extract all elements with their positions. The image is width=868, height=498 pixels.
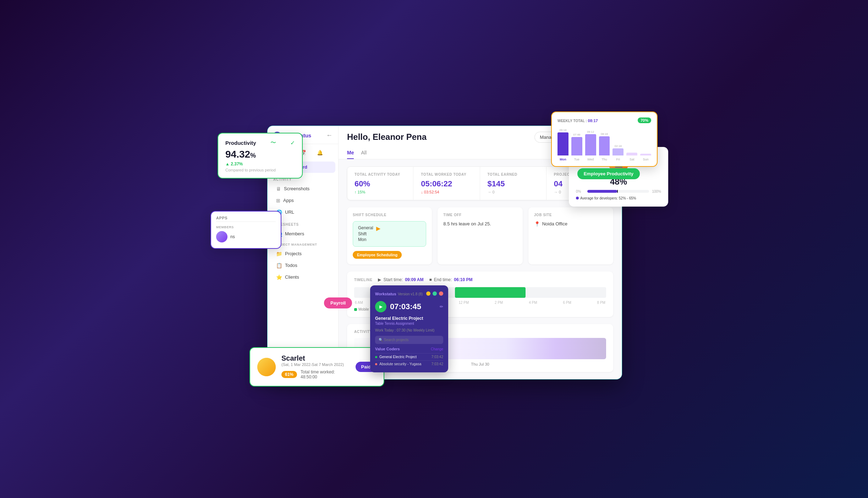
payroll-info-row: 61% Total time worked: 48:50:00 (281, 370, 350, 379)
screenshots-icon: 🖥 (276, 186, 281, 192)
stat-value: $145 (488, 179, 539, 188)
day-fri: Fri (612, 158, 623, 161)
project-dot-1 (375, 356, 377, 358)
expand-button[interactable] (433, 291, 437, 296)
org-name: Value Coders (375, 347, 400, 351)
search-projects-input[interactable] (375, 336, 443, 344)
todos-icon: 📋 (276, 263, 282, 268)
shift-schedule-title: SHIFT SCHEDULE (353, 213, 426, 217)
tracker-org: Value Coders Change (375, 347, 443, 351)
employee-scheduling-badge[interactable]: Employee Scheduling (353, 249, 426, 259)
bar-tue (571, 137, 582, 155)
sidebar-item-label: Screenshots (284, 186, 309, 191)
bar-wed (585, 134, 596, 155)
productivity-compare: Compared to previous period (225, 168, 295, 172)
payroll-detail-card: Scarlet (Sat, 1 Mar 2022-Sat 7 March 202… (249, 347, 384, 387)
emp-avg-text: Average for developers: 52% - 65% (576, 196, 661, 200)
bar-col-3: 09:12 (585, 130, 596, 155)
job-site-title: JOB SITE (534, 213, 608, 217)
timeline-title: TIMELINE (354, 278, 372, 282)
tracker-timer-row: ▶ 07:03:45 ✏ (375, 301, 443, 312)
tracker-project-item-1[interactable]: General Electric Project 7:03:42 (375, 353, 443, 360)
apps-icon: ⊞ (276, 198, 280, 203)
tab-me[interactable]: Me (347, 147, 354, 159)
stat-label: TOTAL EARNED (488, 173, 539, 176)
productivity-header: Productivity 〜 ✓ (225, 139, 295, 147)
divider (216, 221, 276, 222)
timeline-end: ■ End time: 06:10 PM (429, 277, 472, 282)
shift-block: General Shift Mon ▶ (353, 221, 426, 247)
payroll-name: Scarlet (281, 354, 350, 362)
stat-change: ↑ 15% (355, 190, 406, 194)
change-link[interactable]: Change (431, 347, 443, 351)
sidebar-item-apps[interactable]: ⊞ Apps (270, 195, 335, 206)
weekly-chart-card: WEEKLY TOTAL : 08:17 70% 09:18 07:48 09:… (551, 111, 658, 167)
close-button[interactable] (439, 291, 443, 296)
weekly-pct-badge: 70% (638, 117, 651, 123)
tracker-project-item-2[interactable]: Absolute security - Yugasa 7:03:42 (375, 360, 443, 367)
mobile-time-dot (354, 308, 357, 311)
job-site-location: 📍 Noida Office (534, 221, 608, 227)
project-name-2: Absolute security - Yugasa (375, 362, 421, 366)
sidebar-item-label: Apps (283, 198, 294, 203)
shift-label: General Shift Mon (358, 225, 373, 243)
tracker-task: Table Tennis Assignment (375, 322, 443, 325)
sidebar-item-todos[interactable]: 📋 Todos (270, 260, 335, 271)
day-thu: Thu (599, 158, 610, 161)
members-row: ns (216, 230, 276, 244)
middle-row: SHIFT SCHEDULE General Shift Mon ▶ (347, 207, 613, 264)
clients-icon: ⭐ (276, 274, 282, 280)
project-dot-2 (375, 363, 377, 365)
sidebar-item-label: Todos (285, 263, 297, 268)
time-off-title: TIME OFF (443, 213, 517, 217)
edit-icon[interactable]: ✏ (440, 304, 443, 309)
tracker-brand-info: Workstatus Version v1.8 (8) (375, 290, 423, 297)
tracker-time: 07:03:45 (390, 302, 421, 311)
employee-productivity-badge[interactable]: Employee Productivity (577, 168, 640, 179)
bar-col-1: 09:18 (557, 128, 568, 155)
sidebar-item-label: Members (285, 231, 304, 236)
bar-col-7 (640, 153, 651, 155)
notification-icon[interactable]: 🔔 (315, 148, 325, 158)
weekly-chart-header: WEEKLY TOTAL : 08:17 70% (557, 117, 651, 124)
sidebar-item-projects[interactable]: 📁 Projects (270, 248, 335, 259)
apps-section-label: Apps (216, 216, 276, 220)
sidebar-item-label: Projects (285, 251, 302, 256)
stat-label: TOTAL ACTIVITY TODAY (355, 173, 406, 176)
back-button[interactable]: ← (326, 132, 333, 139)
location-pin-icon: 📍 (534, 221, 540, 227)
sidebar-item-clients[interactable]: ⭐ Clients (270, 272, 335, 283)
bar-col-6 (626, 152, 637, 155)
bar-thu (599, 136, 610, 155)
weekly-total-info: WEEKLY TOTAL : 08:17 (557, 117, 598, 124)
day-sat: Sat (626, 158, 637, 161)
projects-icon: 📁 (276, 251, 282, 257)
members-label: Members (216, 223, 276, 230)
productivity-card: Productivity 〜 ✓ 94.32% ▲ 2.37% Compared… (218, 133, 303, 179)
emp-avg-dot (576, 197, 579, 199)
stat-change: ↓ 03:52:54 (421, 190, 472, 194)
day-mon: Mon (557, 158, 568, 161)
chart-day-labels: Mon Tue Wed Thu Fri Sat Sun (557, 158, 651, 161)
emp-bar-row: 0% 100% (576, 190, 661, 193)
stat-change: → 0 (488, 190, 539, 194)
timeline-start: ▶ Start time: 09:09 AM (378, 277, 423, 282)
tab-all[interactable]: All (361, 147, 367, 159)
time-off-text: 8.5 hrs leave on Jul 25. (443, 221, 517, 226)
time-off-widget: TIME OFF 8.5 hrs leave on Jul 25. (438, 207, 522, 264)
member-avatar (216, 231, 227, 242)
sidebar-item-screenshots[interactable]: 🖥 Screenshots (270, 183, 335, 195)
bar-col-4: 08:18 (599, 132, 610, 155)
payroll-avatar (257, 358, 276, 376)
productivity-title: Productivity (225, 140, 256, 146)
check-icon: ✓ (290, 139, 295, 146)
shift-arrow-icon: ▶ (376, 225, 380, 232)
shift-schedule-widget: SHIFT SCHEDULE General Shift Mon ▶ (347, 207, 432, 264)
minimize-button[interactable] (426, 291, 430, 296)
tracker-work-today: Work Today : 07:30 (No Weekly Limit) (375, 328, 443, 332)
sidebar-item-label: Clients (285, 274, 299, 280)
apps-card: Apps Members ns (210, 211, 281, 249)
member-name: ns (230, 234, 235, 239)
play-button[interactable]: ▶ (375, 301, 386, 312)
payroll-badge[interactable]: Payroll (324, 297, 352, 308)
